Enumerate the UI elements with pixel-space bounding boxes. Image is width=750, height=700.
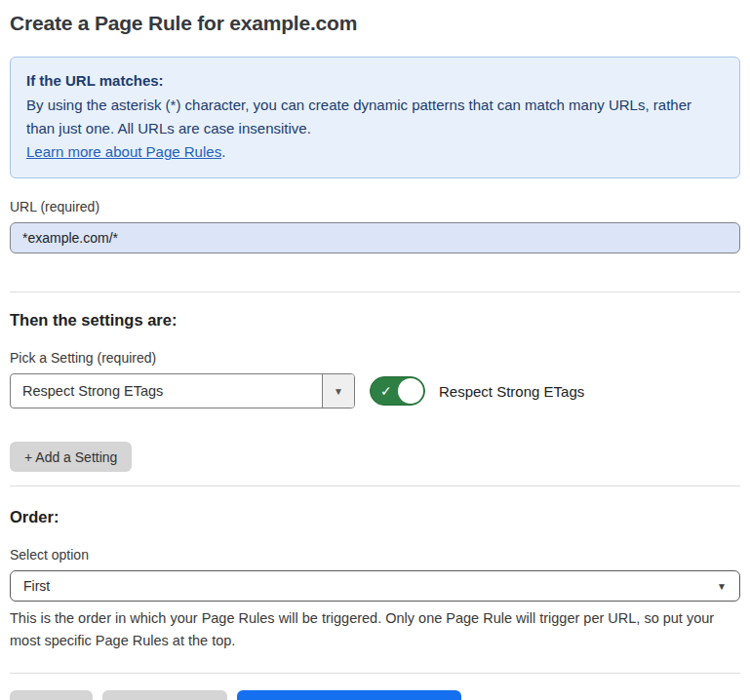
chevron-down-icon: ▼ xyxy=(717,581,727,592)
add-setting-button[interactable]: + Add a Setting xyxy=(10,442,132,472)
page-rule-form: Create a Page Rule for example.com If th… xyxy=(0,0,750,700)
pick-setting-label: Pick a Setting (required) xyxy=(10,350,740,366)
learn-more-link[interactable]: Learn more about Page Rules xyxy=(26,143,221,160)
cancel-button[interactable]: Cancel xyxy=(10,690,93,700)
footer-actions: Cancel Save as Draft Save and Deploy Pag… xyxy=(10,690,740,700)
section-divider xyxy=(10,673,740,674)
info-box-heading: If the URL matches: xyxy=(26,69,724,93)
etags-toggle[interactable]: ✓ xyxy=(370,376,425,406)
info-box-link-line: Learn more about Page Rules. xyxy=(26,140,724,164)
setting-dropdown[interactable]: Respect Strong ETags ▼ xyxy=(10,373,355,408)
chevron-down-icon: ▼ xyxy=(334,386,343,397)
toggle-knob xyxy=(398,378,423,404)
dropdown-arrow-button[interactable]: ▼ xyxy=(322,374,354,408)
section-divider xyxy=(10,292,740,292)
url-label: URL (required) xyxy=(10,199,740,214)
link-suffix: . xyxy=(221,143,225,160)
save-draft-button[interactable]: Save as Draft xyxy=(102,690,227,700)
setting-dropdown-value: Respect Strong ETags xyxy=(11,374,322,408)
info-box-body: By using the asterisk (*) character, you… xyxy=(26,94,724,140)
select-option-label: Select option xyxy=(10,547,740,563)
order-select[interactable]: First ▼ xyxy=(10,570,740,602)
url-input[interactable] xyxy=(10,222,740,253)
settings-heading: Then the settings are: xyxy=(10,311,740,330)
toggle-label: Respect Strong ETags xyxy=(439,383,584,400)
url-match-info-box: If the URL matches: By using the asteris… xyxy=(10,57,740,178)
section-divider xyxy=(10,486,740,486)
setting-row: Respect Strong ETags ▼ ✓ Respect Strong … xyxy=(10,373,740,408)
check-icon: ✓ xyxy=(380,384,392,398)
order-help-text: This is the order in which your Page Rul… xyxy=(10,607,736,652)
save-deploy-button[interactable]: Save and Deploy Page Rule xyxy=(237,690,461,700)
order-heading: Order: xyxy=(10,508,740,526)
page-title: Create a Page Rule for example.com xyxy=(10,0,740,35)
order-select-value: First xyxy=(23,578,50,594)
